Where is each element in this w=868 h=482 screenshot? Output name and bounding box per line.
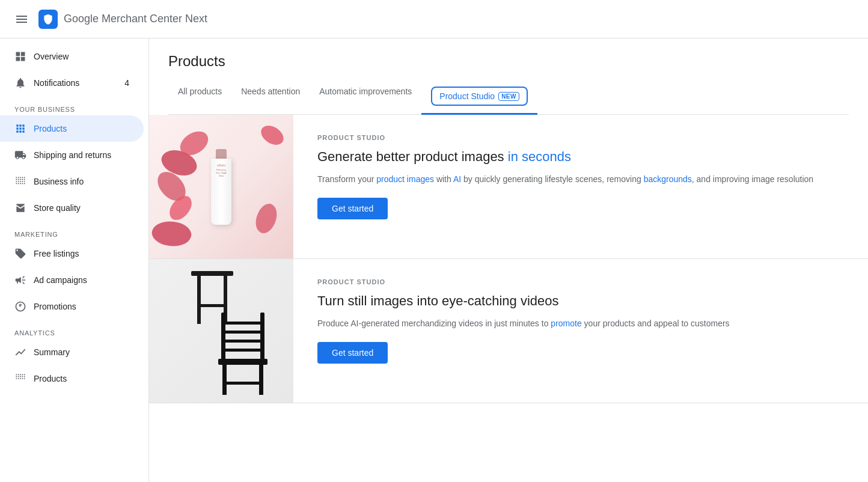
store-quality-label: Store quality xyxy=(34,203,81,213)
svg-rect-6 xyxy=(221,322,264,325)
svg-rect-7 xyxy=(221,331,264,334)
card-videos: PRODUCT STUDIO Turn still images into ey… xyxy=(149,259,868,403)
svg-rect-9 xyxy=(221,349,264,352)
tube-body: eBalm RelaxingYour NightSkin xyxy=(211,159,231,225)
tube-subtitle: RelaxingYour NightSkin xyxy=(216,168,227,177)
card-label-1: PRODUCT STUDIO xyxy=(317,134,844,141)
tab-automatic-improvements[interactable]: Automatic improvements xyxy=(310,79,421,115)
sidebar-item-promotions[interactable]: Promotions xyxy=(0,293,144,320)
petal xyxy=(150,216,194,251)
overview-icon xyxy=(14,50,26,63)
summary-label: Summary xyxy=(34,347,70,357)
main-content: Products All products Needs attention Au… xyxy=(149,38,868,482)
tube-brand: eBalm xyxy=(217,163,225,167)
business-info-label: Business info xyxy=(34,177,84,186)
overview-label: Overview xyxy=(34,52,69,61)
svg-rect-8 xyxy=(221,340,264,343)
sidebar-item-products[interactable]: Products xyxy=(0,115,144,142)
card-image-chairs xyxy=(149,259,293,403)
card-label-2: PRODUCT STUDIO xyxy=(317,278,844,285)
notifications-badge: 4 xyxy=(124,78,129,88)
chairs-image xyxy=(149,259,293,403)
sidebar-item-shipping[interactable]: Shipping and returns xyxy=(0,142,144,168)
cards-container: eBalm RelaxingYour NightSkin PRODUCT STU… xyxy=(149,115,868,403)
sidebar-item-store-quality[interactable]: Store quality xyxy=(0,195,144,221)
new-badge: NEW xyxy=(498,92,519,101)
sidebar-item-ad-campaigns[interactable]: Ad campaigns xyxy=(0,267,144,293)
card-desc-1: Transform your product images with AI by… xyxy=(317,173,844,186)
card-title-1: Generate better product images in second… xyxy=(317,148,844,166)
petal xyxy=(258,121,287,150)
megaphone-icon xyxy=(14,274,26,286)
main-header: Products All products Needs attention Au… xyxy=(149,38,868,115)
analytics-products-label: Products xyxy=(34,374,67,383)
chair-svg xyxy=(215,310,275,400)
sidebar-item-business-info[interactable]: Business info xyxy=(0,168,144,195)
get-started-button-2[interactable]: Get started xyxy=(317,342,388,364)
svg-rect-13 xyxy=(222,382,263,385)
get-started-button-1[interactable]: Get started xyxy=(317,198,388,219)
app-title: Google Merchant Center Next xyxy=(64,13,207,25)
card-image-balm: eBalm RelaxingYour NightSkin xyxy=(149,115,293,258)
svg-rect-3 xyxy=(197,304,227,307)
sidebar-item-free-listings[interactable]: Free listings xyxy=(0,240,144,267)
analytics-label: ANALYTICS xyxy=(0,320,148,339)
bell-icon xyxy=(14,77,26,89)
svg-rect-0 xyxy=(191,271,233,276)
menu-button[interactable] xyxy=(10,7,34,31)
svg-rect-5 xyxy=(260,313,264,361)
tag-icon xyxy=(14,248,26,260)
promotions-label: Promotions xyxy=(34,302,76,311)
logo: Google Merchant Center Next xyxy=(38,10,207,29)
tab-product-studio-label: Product Studio xyxy=(439,91,495,101)
truck-icon xyxy=(14,149,26,161)
card-desc-2: Produce AI-generated merchandizing video… xyxy=(317,317,844,330)
marketing-label: MARKETING xyxy=(0,221,148,240)
ad-campaigns-label: Ad campaigns xyxy=(34,275,87,285)
store-icon xyxy=(14,202,26,214)
business-info-icon xyxy=(14,175,26,188)
card-title-highlight-1: in seconds xyxy=(508,149,571,164)
svg-rect-1 xyxy=(197,276,201,324)
analytics-products-icon xyxy=(14,373,26,385)
petal xyxy=(250,201,283,237)
sidebar-item-notifications[interactable]: Notifications 4 xyxy=(0,70,144,96)
svg-rect-11 xyxy=(222,365,227,395)
products-icon xyxy=(14,123,26,135)
card-content-2: PRODUCT STUDIO Turn still images into ey… xyxy=(293,259,868,403)
tab-needs-attention[interactable]: Needs attention xyxy=(231,79,310,115)
tab-all-products[interactable]: All products xyxy=(168,79,231,115)
sidebar-item-overview[interactable]: Overview xyxy=(0,43,144,70)
svg-rect-12 xyxy=(259,365,263,395)
sidebar-item-summary[interactable]: Summary xyxy=(0,339,144,365)
layout: Overview Notifications 4 YOUR BUSINESS P… xyxy=(0,38,868,482)
svg-rect-10 xyxy=(218,359,267,365)
card-content-1: PRODUCT STUDIO Generate better product i… xyxy=(293,115,868,258)
chart-icon xyxy=(14,346,26,358)
balm-image: eBalm RelaxingYour NightSkin xyxy=(149,115,293,258)
promotions-icon xyxy=(14,300,26,313)
tube-container: eBalm RelaxingYour NightSkin xyxy=(211,149,231,225)
shipping-label: Shipping and returns xyxy=(34,150,111,160)
page-title: Products xyxy=(168,53,849,70)
sidebar: Overview Notifications 4 YOUR BUSINESS P… xyxy=(0,38,149,482)
card-title-2: Turn still images into eye-catching vide… xyxy=(317,293,844,310)
card-images: eBalm RelaxingYour NightSkin PRODUCT STU… xyxy=(149,115,868,259)
products-label: Products xyxy=(34,124,67,133)
svg-rect-4 xyxy=(221,313,225,361)
tube-cap xyxy=(216,149,227,159)
free-listings-label: Free listings xyxy=(34,249,79,258)
tab-product-studio[interactable]: Product Studio NEW xyxy=(421,79,537,115)
topbar: Google Merchant Center Next xyxy=(0,0,868,38)
your-business-label: YOUR BUSINESS xyxy=(0,96,148,115)
tabs: All products Needs attention Automatic i… xyxy=(168,79,849,115)
notifications-label: Notifications xyxy=(34,78,79,88)
sidebar-item-analytics-products[interactable]: Products xyxy=(0,365,144,392)
logo-icon xyxy=(38,10,58,29)
